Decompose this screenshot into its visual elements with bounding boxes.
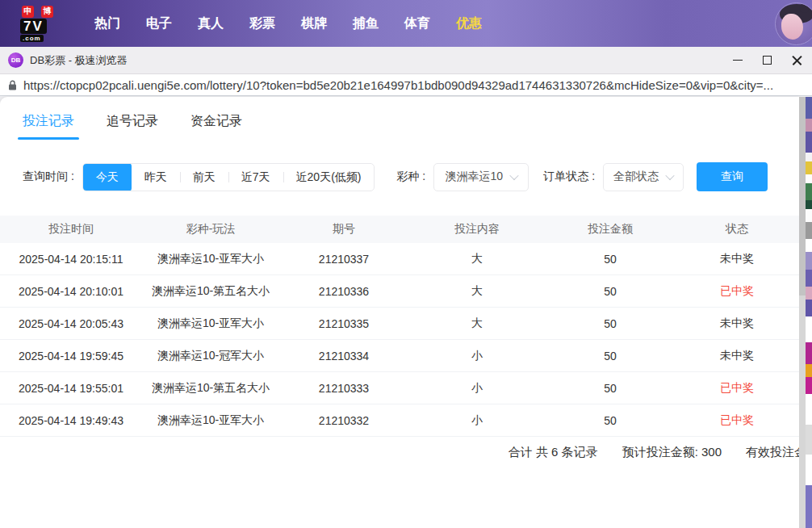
nav-item-lottery[interactable]: 彩票 [248,10,277,37]
summary-expected: 预计投注金额: 300 [622,445,722,460]
time-option[interactable]: 近7天 [228,164,283,191]
time-filter-label: 查询时间 : [23,170,74,184]
lottery-filter-label: 彩种 : [396,170,425,184]
bet-game: 澳洲幸运10-第五名大小 [142,284,279,299]
table-row: 2025-04-14 19:55:01 澳洲幸运10-第五名大小 2121033… [0,372,799,404]
bet-amount: 50 [546,253,675,266]
logo-7v-text: 7V [20,19,47,34]
maximize-icon [763,56,772,65]
logo-badge-bo: 博 [41,6,53,18]
search-button[interactable]: 查询 [697,162,768,191]
minimize-button[interactable] [722,47,752,73]
bet-issue: 21210336 [279,285,408,298]
col-bet-amount: 投注金额 [546,222,675,237]
bet-records-table: 投注时间 彩种-玩法 期号 投注内容 投注金额 状态 2025-04-14 20… [0,216,799,469]
window-titlebar[interactable]: DB DB彩票 - 极速浏览器 [0,47,812,74]
table-row: 2025-04-14 20:15:11 澳洲幸运10-亚军大小 21210337… [0,243,799,275]
col-bet-time: 投注时间 [0,222,142,237]
bet-content: 小 [408,349,546,363]
time-option[interactable]: 近20天(低频) [283,164,375,191]
nav-item-fishing[interactable]: 捕鱼 [351,10,380,37]
app-icon: DB [8,52,23,68]
time-option[interactable]: 今天 [83,163,132,191]
nav-item-promos[interactable]: 优惠 [454,10,483,37]
chevron-down-icon [509,171,518,180]
logo-badges: 申 博 [22,6,53,18]
bet-issue: 21210335 [279,317,408,330]
bet-content: 小 [408,381,546,396]
table-summary: 合计 共 6 条记录 预计投注金额: 300 有效投注金额 [0,437,799,469]
bet-time: 2025-04-14 19:55:01 [0,382,142,395]
order-status-select[interactable]: 全部状态 [603,163,684,191]
summary-total: 合计 共 6 条记录 [509,445,598,460]
bet-game: 澳洲幸运10-亚军大小 [142,413,279,428]
col-issue: 期号 [279,222,408,237]
scrollbar[interactable] [799,97,806,528]
user-avatar[interactable] [775,2,812,45]
order-status-value: 全部状态 [613,170,659,184]
logo-badge-shen: 申 [22,6,34,18]
address-bar[interactable]: https://ctopcp02pcali.uengi5e.com/lotter… [0,74,812,96]
col-status: 状态 [675,222,799,237]
bet-time: 2025-04-14 19:59:45 [0,350,142,362]
bet-amount: 50 [546,350,675,362]
table-row: 2025-04-14 19:49:43 澳洲幸运10-亚军大小 21210332… [0,404,799,437]
bet-game: 澳洲幸运10-亚军大小 [142,316,279,331]
nav-item-cards[interactable]: 棋牌 [299,10,329,37]
col-game-play: 彩种-玩法 [142,222,279,237]
bet-time: 2025-04-14 20:05:43 [0,317,142,330]
browser-window: DB DB彩票 - 极速浏览器 https://ctopcp02pcali.ue… [0,47,812,528]
bet-content: 小 [408,413,546,428]
window-title: DB彩票 - 极速浏览器 [30,53,128,68]
summary-valid: 有效投注金额 [746,445,799,460]
bet-content: 大 [408,252,546,266]
time-option[interactable]: 前天 [180,164,228,191]
site-navbar: 申 博 7V .com 热门 电子 真人 彩票 棋牌 捕鱼 体育 优惠 [0,0,812,47]
nav-item-slots[interactable]: 电子 [144,10,174,37]
lottery-select-value: 澳洲幸运10 [445,170,503,184]
nav-item-sports[interactable]: 体育 [403,10,432,37]
bet-time: 2025-04-14 20:15:11 [0,253,142,266]
status-filter-label: 订单状态 : [543,170,595,184]
table-row: 2025-04-14 19:59:45 澳洲幸运10-冠军大小 21210334… [0,340,799,372]
minimize-icon [733,60,743,61]
chevron-down-icon [665,171,674,180]
bet-issue: 21210332 [279,414,408,427]
bet-time: 2025-04-14 20:10:01 [0,285,142,298]
bet-content: 大 [408,284,546,299]
close-icon [792,55,802,65]
lock-icon [8,80,17,90]
close-button[interactable] [782,47,812,73]
filter-bar: 查询时间 : 今天 昨天 前天 近7天 近20天(低频) 彩种 : 澳洲幸运10… [23,162,799,191]
bet-game: 澳洲幸运10-亚军大小 [142,252,279,266]
bet-status: 未中奖 [675,252,799,266]
lottery-select[interactable]: 澳洲幸运10 [433,163,529,191]
logo-com-text: .com [20,35,44,42]
tab-fund-records[interactable]: 资金记录 [190,113,242,140]
site-nav-items: 热门 电子 真人 彩票 棋牌 捕鱼 体育 优惠 [93,10,483,37]
browser-viewport: 投注记录 追号记录 资金记录 查询时间 : 今天 昨天 前天 近7天 近20天(… [0,97,812,528]
maximize-button[interactable] [752,47,782,73]
table-header: 投注时间 彩种-玩法 期号 投注内容 投注金额 状态 [0,216,799,243]
bet-amount: 50 [546,382,675,395]
bet-issue: 21210334 [279,350,408,362]
tab-chase-records[interactable]: 追号记录 [107,113,158,140]
window-controls [722,47,812,73]
bet-issue: 21210333 [279,382,408,395]
bet-status: 已中奖 [675,413,799,428]
background-page-strip [806,97,812,528]
tab-bet-records[interactable]: 投注记录 [23,113,74,140]
record-tabs: 投注记录 追号记录 资金记录 [0,97,799,140]
bet-issue: 21210337 [279,253,408,266]
url-text: https://ctopcp02pcali.uengi5e.com/lotter… [23,78,810,92]
nav-item-live[interactable]: 真人 [196,10,225,37]
lottery-panel: 投注记录 追号记录 资金记录 查询时间 : 今天 昨天 前天 近7天 近20天(… [0,97,799,528]
bet-game: 澳洲幸运10-冠军大小 [142,349,279,363]
col-bet-content: 投注内容 [408,222,546,237]
bet-status: 未中奖 [675,316,799,331]
screen: 申 博 7V .com 热门 电子 真人 彩票 棋牌 捕鱼 体育 优惠 DB D… [0,0,812,528]
site-logo[interactable]: 申 博 7V .com [20,6,70,42]
time-option[interactable]: 昨天 [132,164,180,191]
scrollbar-thumb[interactable] [799,97,806,295]
nav-item-hot[interactable]: 热门 [93,10,122,37]
